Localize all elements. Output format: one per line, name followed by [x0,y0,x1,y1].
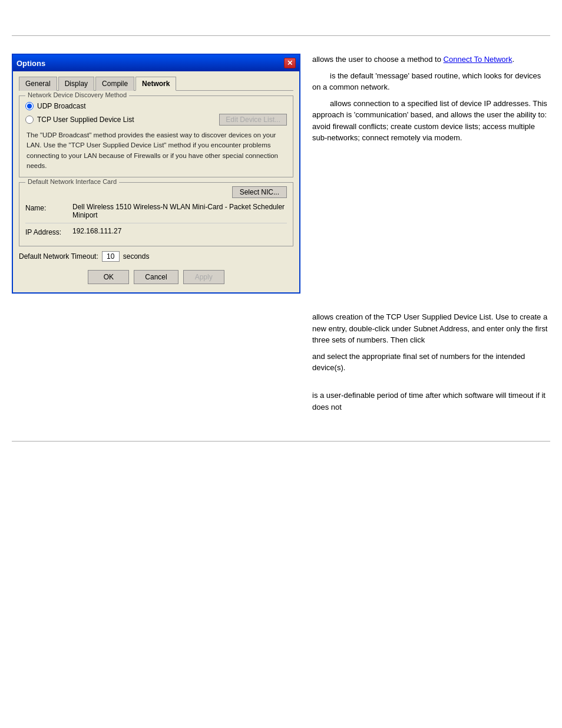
dialog-column: Options ✕ General Display Compile Networ… [12,54,300,294]
dialog-titlebar: Options ✕ [13,55,299,71]
tab-general[interactable]: General [19,77,57,91]
tab-compile[interactable]: Compile [95,77,134,91]
bottom-right-text: allows creation of the TCP User Supplied… [312,311,550,417]
content-area: Options ✕ General Display Compile Networ… [0,36,562,305]
right-para-3: allows connection to a specified list of… [312,98,550,144]
tabs-row: General Display Compile Network [19,76,293,91]
tcp-radio-row: TCP User Supplied Device List Edit Devic… [25,114,287,126]
dialog-title: Options [16,59,45,68]
network-discovery-legend: Network Device Discovery Method [25,91,129,98]
nic-ip-row: IP Address: 192.168.111.27 [25,227,287,236]
tcp-label[interactable]: TCP User Supplied Device List [37,116,134,124]
select-nic-row: Select NIC... [25,186,287,198]
edit-device-list-button[interactable]: Edit Device List... [219,114,287,126]
tab-display[interactable]: Display [58,77,94,91]
discovery-description: The "UDP Broadcast" method provides the … [25,130,287,171]
udp-radio-row: UDP Broadcast [25,102,287,110]
nic-name-label: Name: [25,203,67,212]
bottom-para-2: and select the appropriate final set of … [312,351,550,374]
nic-groupbox: Default Network Interface Card Select NI… [19,182,293,246]
right-text-column: allows the user to choose a method to Co… [312,54,550,294]
options-dialog: Options ✕ General Display Compile Networ… [12,54,300,294]
nic-legend: Default Network Interface Card [25,178,119,185]
nic-ip-label: IP Address: [25,227,67,236]
right-para-2: is the default 'message' based routine, … [312,70,550,93]
page-wrapper: Options ✕ General Display Compile Networ… [0,35,562,728]
bottom-text-3: and select the appropriate final set of … [312,352,525,373]
tcp-radio[interactable] [25,116,34,124]
bottom-left-spacer [12,311,300,417]
timeout-input[interactable] [102,251,120,262]
bottom-rule [12,441,550,442]
dialog-buttons: OK Cancel Apply [19,268,293,286]
timeout-seconds: seconds [123,252,150,261]
bottom-text-area: allows creation of the TCP User Supplied… [0,305,562,429]
bottom-para-1: allows creation of the TCP User Supplied… [312,311,550,346]
bottom-text-4: is a user-definable period of time after… [312,391,546,411]
nic-name-row: Name: Dell Wireless 1510 Wireless-N WLAN… [25,203,287,219]
cancel-button[interactable]: Cancel [134,270,178,284]
right-text-1: allows the user to choose a method to [312,55,444,64]
connect-to-network-link[interactable]: Connect To Network [444,55,513,64]
dialog-body: General Display Compile Network Network … [13,71,299,292]
nic-ip-value: 192.168.111.27 [72,227,287,235]
right-text-2: . [512,55,514,64]
groupbox-content: UDP Broadcast TCP User Supplied Device L… [25,102,287,171]
bottom-para-3: is a user-definable period of time after… [312,390,550,413]
network-discovery-groupbox: Network Device Discovery Method UDP Broa… [19,95,293,177]
nic-name-value: Dell Wireless 1510 Wireless-N WLAN Mini-… [72,203,287,219]
timeout-label: Default Network Timeout: [19,252,98,261]
right-text-4: allows connection to a specified list of… [312,99,547,143]
apply-button[interactable]: Apply [183,270,224,284]
udp-label[interactable]: UDP Broadcast [37,102,85,110]
bottom-text-1: allows creation of the TCP User Supplied… [312,312,511,321]
timeout-row: Default Network Timeout: seconds [19,251,293,262]
udp-radio[interactable] [25,102,34,110]
nic-divider [25,223,287,223]
right-text-3: is the default 'message' based routine, … [312,71,541,92]
ok-button[interactable]: OK [88,270,129,284]
close-button[interactable]: ✕ [284,58,296,68]
right-para-1: allows the user to choose a method to Co… [312,54,550,65]
select-nic-button[interactable]: Select NIC... [232,186,287,198]
tab-network[interactable]: Network [135,77,176,91]
